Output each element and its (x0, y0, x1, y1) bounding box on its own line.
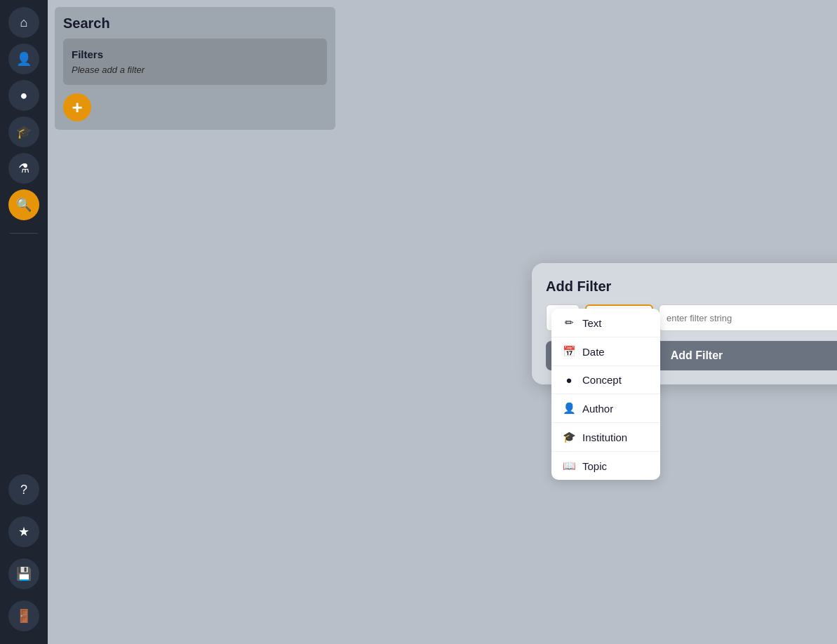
author-option[interactable]: 👤 Author (551, 394, 660, 423)
topic-option-label: Topic (582, 460, 607, 472)
filter-type-dropdown: ✏ Text 📅 Date ● Concept 👤 Author 🎓 Insti… (551, 309, 660, 480)
main-area: Search Filters Please add a filter + Add… (48, 0, 837, 644)
concept-icon: ● (563, 374, 575, 386)
sidebar: ⌂ 👤 ● 🎓 ⚗ 🔍 ? ★ 💾 🚪 (0, 0, 48, 644)
filters-label: Filters (72, 48, 319, 60)
star-icon[interactable]: ★ (8, 516, 39, 547)
text-option-label: Text (582, 317, 602, 329)
concept-option-label: Concept (582, 374, 622, 386)
page-title: Search (63, 15, 327, 32)
date-option[interactable]: 📅 Date (551, 337, 660, 366)
lightbulb-icon[interactable]: ● (8, 80, 39, 111)
date-icon: 📅 (563, 345, 575, 358)
author-icon: 👤 (563, 402, 575, 415)
filter-string-input[interactable] (659, 304, 837, 331)
topic-icon: 📖 (563, 459, 575, 472)
filters-placeholder: Please add a filter (72, 65, 319, 75)
text-icon: ✏ (563, 316, 575, 329)
home-icon[interactable]: ⌂ (8, 7, 39, 38)
sidebar-bottom: ? ★ 💾 🚪 (8, 474, 39, 637)
filters-box: Filters Please add a filter (63, 39, 327, 85)
topic-option[interactable]: 📖 Topic (551, 452, 660, 480)
door-icon[interactable]: 🚪 (8, 601, 39, 631)
institution-icon: 🎓 (563, 431, 575, 443)
author-option-label: Author (582, 403, 613, 415)
text-option[interactable]: ✏ Text (551, 309, 660, 337)
left-panel: Search Filters Please add a filter + (55, 7, 335, 130)
help-icon[interactable]: ? (8, 474, 39, 505)
dialog-title: Add Filter (546, 279, 837, 295)
graduation-icon[interactable]: 🎓 (8, 116, 39, 147)
concept-option[interactable]: ● Concept (551, 366, 660, 394)
flask-icon[interactable]: ⚗ (8, 153, 39, 184)
date-option-label: Date (582, 346, 605, 358)
institution-option-label: Institution (582, 431, 627, 443)
add-filter-button[interactable]: + (63, 93, 91, 121)
sidebar-divider (10, 233, 38, 234)
search-icon[interactable]: 🔍 (8, 189, 39, 220)
user-icon[interactable]: 👤 (8, 43, 39, 74)
institution-option[interactable]: 🎓 Institution (551, 423, 660, 452)
save-icon[interactable]: 💾 (8, 558, 39, 589)
